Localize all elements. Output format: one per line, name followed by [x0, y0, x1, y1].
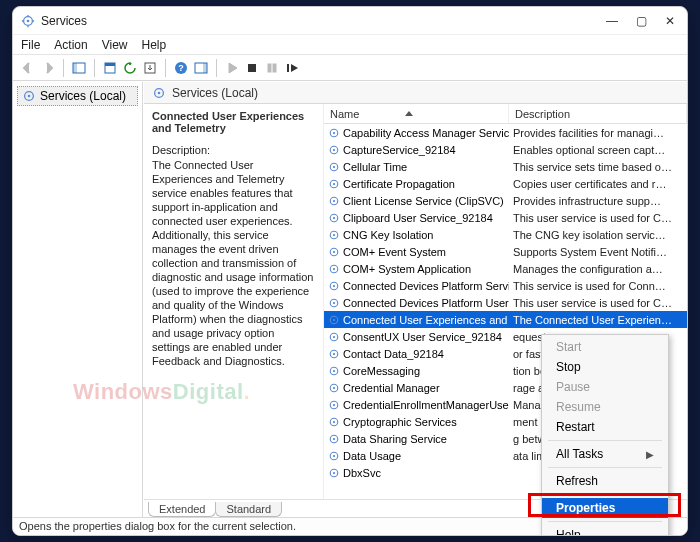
svg-point-20: [333, 131, 335, 133]
service-row[interactable]: CNG Key IsolationThe CNG key isolation s…: [324, 226, 687, 243]
ctx-stop[interactable]: Stop: [542, 357, 668, 377]
window-title: Services: [41, 14, 606, 28]
ctx-properties[interactable]: Properties: [542, 498, 668, 518]
gear-icon: [328, 195, 340, 207]
svg-rect-13: [273, 64, 276, 72]
ctx-all-tasks-label: All Tasks: [556, 447, 603, 461]
maximize-button[interactable]: ▢: [636, 14, 647, 28]
service-row[interactable]: Cellular TimeThis service sets time base…: [324, 158, 687, 175]
service-name-label: Client License Service (ClipSVC): [343, 195, 504, 207]
svg-point-34: [333, 250, 335, 252]
sort-ascending-icon: [405, 111, 413, 116]
ctx-all-tasks[interactable]: All Tasks▶: [542, 444, 668, 464]
export-list-button[interactable]: [141, 59, 159, 77]
service-name-label: Cellular Time: [343, 161, 407, 173]
forward-button[interactable]: [39, 59, 57, 77]
service-name-cell: CaptureService_92184: [324, 144, 509, 156]
ctx-help[interactable]: Help: [542, 525, 668, 536]
ctx-stop-label: Stop: [556, 360, 581, 374]
service-name-label: CredentialEnrollmentManagerUserSvc_: [343, 399, 509, 411]
service-name-label: Credential Manager: [343, 382, 440, 394]
service-name-label: CNG Key Isolation: [343, 229, 433, 241]
service-row[interactable]: Connected Devices Platform ServiceThis s…: [324, 277, 687, 294]
service-row[interactable]: Connected User Experiences and Telemetr……: [324, 311, 687, 328]
pause-service-button[interactable]: [263, 59, 281, 77]
service-name-cell: COM+ System Application: [324, 263, 509, 275]
ctx-pause[interactable]: Pause: [542, 377, 668, 397]
context-menu: Start Stop Pause Resume Restart All Task…: [541, 334, 669, 536]
start-service-button[interactable]: [223, 59, 241, 77]
ctx-resume-label: Resume: [556, 400, 601, 414]
close-button[interactable]: ✕: [665, 14, 675, 28]
service-name-label: CoreMessaging: [343, 365, 420, 377]
svg-rect-12: [268, 64, 271, 72]
gear-icon: [328, 314, 340, 326]
service-row[interactable]: Client License Service (ClipSVC)Provides…: [324, 192, 687, 209]
stop-service-button[interactable]: [243, 59, 261, 77]
menu-action[interactable]: Action: [54, 38, 87, 52]
service-row[interactable]: Certificate PropagationCopies user certi…: [324, 175, 687, 192]
gear-icon: [328, 433, 340, 445]
show-hide-console-tree-button[interactable]: [70, 59, 88, 77]
back-button[interactable]: [19, 59, 37, 77]
ctx-restart-label: Restart: [556, 420, 595, 434]
refresh-button[interactable]: [121, 59, 139, 77]
column-header-description[interactable]: Description: [509, 104, 687, 123]
ctx-resume[interactable]: Resume: [542, 397, 668, 417]
service-row[interactable]: CaptureService_92184Enables optional scr…: [324, 141, 687, 158]
toolbar: ?: [13, 55, 687, 81]
service-name-label: Data Sharing Service: [343, 433, 447, 445]
gear-icon: [328, 280, 340, 292]
minimize-button[interactable]: —: [606, 14, 618, 28]
menu-bar: File Action View Help: [13, 35, 687, 55]
service-name-label: DbxSvc: [343, 467, 381, 479]
column-header-name-label: Name: [330, 108, 359, 120]
gear-icon: [328, 297, 340, 309]
column-header-name[interactable]: Name: [324, 104, 509, 123]
menu-help[interactable]: Help: [142, 38, 167, 52]
service-description-cell: The Connected User Experien…: [509, 314, 687, 326]
ctx-pause-label: Pause: [556, 380, 590, 394]
ctx-refresh[interactable]: Refresh: [542, 471, 668, 491]
help-button[interactable]: ?: [172, 59, 190, 77]
service-row[interactable]: Clipboard User Service_92184This user se…: [324, 209, 687, 226]
service-description-cell: Enables optional screen capt…: [509, 144, 687, 156]
svg-rect-14: [287, 64, 289, 72]
menu-view[interactable]: View: [102, 38, 128, 52]
service-row[interactable]: Connected Devices Platform User Service……: [324, 294, 687, 311]
tree-root-services-local[interactable]: Services (Local): [17, 86, 138, 106]
gear-icon: [328, 263, 340, 275]
menu-file[interactable]: File: [21, 38, 40, 52]
service-row[interactable]: COM+ System ApplicationManages the confi…: [324, 260, 687, 277]
svg-point-52: [333, 403, 335, 405]
service-name-cell: Certificate Propagation: [324, 178, 509, 190]
services-app-icon: [21, 14, 35, 28]
service-name-cell: CoreMessaging: [324, 365, 509, 377]
tab-extended[interactable]: Extended: [148, 502, 216, 517]
service-description-cell: This service is used for Conn…: [509, 280, 687, 292]
svg-point-1: [27, 19, 30, 22]
ctx-separator: [548, 467, 662, 468]
ctx-start[interactable]: Start: [542, 337, 668, 357]
service-name-label: Connected Devices Platform User Service…: [343, 297, 509, 309]
restart-service-button[interactable]: [283, 59, 301, 77]
svg-point-28: [333, 199, 335, 201]
svg-rect-11: [248, 64, 256, 72]
gear-icon: [328, 229, 340, 241]
service-row[interactable]: COM+ Event SystemSupports System Event N…: [324, 243, 687, 260]
description-text: The Connected User Experiences and Telem…: [152, 158, 315, 368]
service-description-cell: Supports System Event Notifi…: [509, 246, 687, 258]
service-description-cell: Provides facilities for managi…: [509, 127, 687, 139]
service-name-label: Data Usage: [343, 450, 401, 462]
svg-point-36: [333, 267, 335, 269]
tree-root-label: Services (Local): [40, 89, 126, 103]
ctx-restart[interactable]: Restart: [542, 417, 668, 437]
service-name-cell: Client License Service (ClipSVC): [324, 195, 509, 207]
show-hide-action-pane-button[interactable]: [192, 59, 210, 77]
svg-point-32: [333, 233, 335, 235]
list-header: Name Description: [324, 104, 687, 124]
tab-standard[interactable]: Standard: [215, 502, 282, 517]
service-row[interactable]: Capability Access Manager ServiceProvide…: [324, 124, 687, 141]
properties-button[interactable]: [101, 59, 119, 77]
svg-point-54: [333, 420, 335, 422]
